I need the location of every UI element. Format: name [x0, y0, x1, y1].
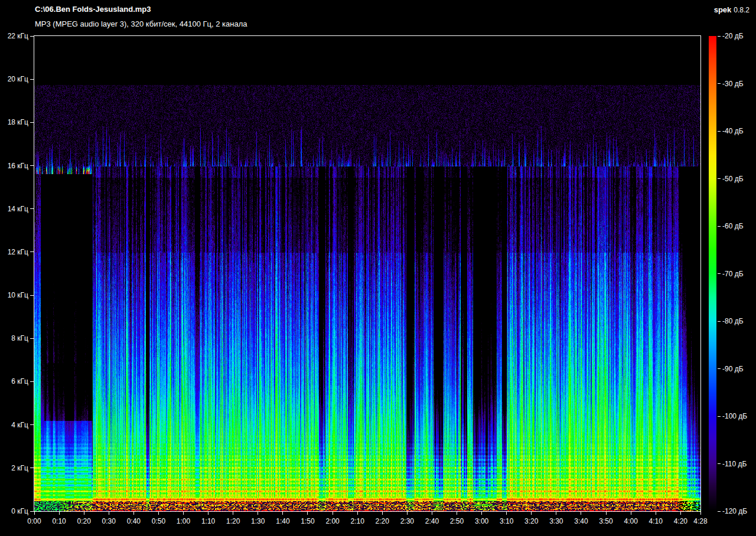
time-tick [84, 512, 84, 515]
time-tick [631, 512, 631, 515]
time-tick [700, 512, 701, 515]
time-tick [457, 512, 457, 515]
db-tick-label: -30 дБ [722, 80, 756, 88]
time-tick [183, 512, 184, 515]
frequency-tick [30, 165, 34, 166]
time-tick [432, 512, 432, 515]
db-tick-label: -50 дБ [722, 175, 756, 183]
frequency-tick [30, 208, 34, 209]
time-tick-label: 2:20 [369, 517, 395, 525]
time-tick [59, 512, 60, 515]
time-tick-label: 0:50 [145, 517, 171, 525]
frequency-tick-label: 22 кГц [0, 32, 28, 40]
time-tick-label: 0:00 [21, 517, 47, 525]
frequency-tick-label: 8 кГц [0, 334, 28, 342]
db-tick [718, 226, 721, 227]
time-tick-label: 1:00 [171, 517, 197, 525]
db-tick-label: -40 дБ [722, 127, 756, 135]
time-tick-label: 3:30 [543, 517, 569, 525]
time-tick [357, 512, 358, 515]
frequency-tick-label: 16 кГц [0, 162, 28, 170]
time-tick-label: 3:10 [494, 517, 520, 525]
frequency-tick-label: 12 кГц [0, 248, 28, 256]
app-name: spek [714, 5, 732, 14]
spectrogram-frame [34, 35, 701, 512]
time-tick [606, 512, 607, 515]
time-tick-label: 3:00 [469, 517, 495, 525]
time-tick [656, 512, 656, 515]
app-version: 0.8.2 [734, 6, 750, 14]
db-tick [718, 273, 721, 274]
frequency-tick [30, 468, 34, 468]
db-tick-label: -80 дБ [722, 317, 756, 325]
file-path-title: C:\06.Ben Folds-Jesusland.mp3 [35, 5, 151, 14]
time-tick-label: 4:10 [643, 517, 669, 525]
frequency-tick [30, 251, 34, 252]
frequency-tick-label: 6 кГц [0, 377, 28, 385]
time-tick-label: 2:10 [344, 517, 370, 525]
time-tick-label: 2:50 [444, 517, 470, 525]
db-colorbar [709, 36, 716, 511]
frequency-tick [30, 36, 34, 37]
db-tick [718, 416, 721, 417]
frequency-tick [30, 295, 34, 296]
time-tick [481, 512, 482, 515]
spectrogram-canvas [34, 36, 700, 511]
frequency-tick-label: 20 кГц [0, 75, 28, 83]
db-tick [718, 131, 721, 132]
time-tick [109, 512, 109, 515]
time-tick-label: 3:20 [519, 517, 545, 525]
db-tick-label: -60 дБ [722, 222, 756, 230]
db-tick [718, 368, 721, 369]
time-tick-label: 3:50 [593, 517, 619, 525]
frequency-tick [30, 424, 34, 425]
db-tick [718, 178, 721, 179]
frequency-tick-label: 18 кГц [0, 118, 28, 126]
time-tick-label: 1:30 [245, 517, 271, 525]
db-tick-label: -70 дБ [722, 270, 756, 278]
db-tick-label: -90 дБ [722, 365, 756, 373]
time-tick-label: 3:40 [568, 517, 594, 525]
frequency-tick-label: 10 кГц [0, 291, 28, 299]
db-tick [718, 321, 721, 322]
time-tick-label: 0:20 [71, 517, 97, 525]
time-tick [133, 512, 134, 515]
db-tick-label: -100 дБ [722, 412, 756, 420]
spek-window: C:\06.Ben Folds-Jesusland.mp3 MP3 (MPEG … [0, 0, 756, 536]
frequency-tick-label: 14 кГц [0, 205, 28, 213]
time-tick-label: 1:10 [195, 517, 221, 525]
db-tick [718, 463, 721, 464]
time-tick-label: 0:10 [46, 517, 72, 525]
time-tick [382, 512, 383, 515]
time-tick [333, 512, 333, 515]
time-tick-label: 4:28 [687, 517, 713, 525]
time-tick [680, 512, 681, 515]
time-tick-label: 1:20 [220, 517, 246, 525]
time-tick [581, 512, 581, 515]
time-tick [158, 512, 159, 515]
time-tick [208, 512, 208, 515]
db-tick-label: -20 дБ [722, 32, 756, 40]
time-tick [407, 512, 408, 515]
db-tick-label: -120 дБ [722, 507, 756, 515]
time-tick-label: 4:00 [618, 517, 644, 525]
frequency-tick [30, 381, 34, 382]
app-title: spek 0.8.2 [714, 5, 750, 14]
time-tick [282, 512, 283, 515]
time-tick [307, 512, 308, 515]
time-tick [258, 512, 258, 515]
time-tick-label: 2:30 [394, 517, 420, 525]
frequency-tick-label: 0 кГц [0, 507, 28, 515]
time-tick-label: 1:40 [270, 517, 296, 525]
frequency-tick [30, 338, 34, 339]
db-tick [718, 36, 721, 37]
time-tick [34, 512, 35, 515]
audio-format-info: MP3 (MPEG audio layer 3), 320 кбит/сек, … [35, 19, 247, 28]
frequency-tick [30, 511, 34, 512]
time-tick-label: 0:40 [120, 517, 146, 525]
time-tick [531, 512, 532, 515]
db-tick [718, 83, 721, 84]
frequency-tick [30, 79, 34, 80]
time-tick [506, 512, 507, 515]
time-tick-label: 2:00 [320, 517, 346, 525]
